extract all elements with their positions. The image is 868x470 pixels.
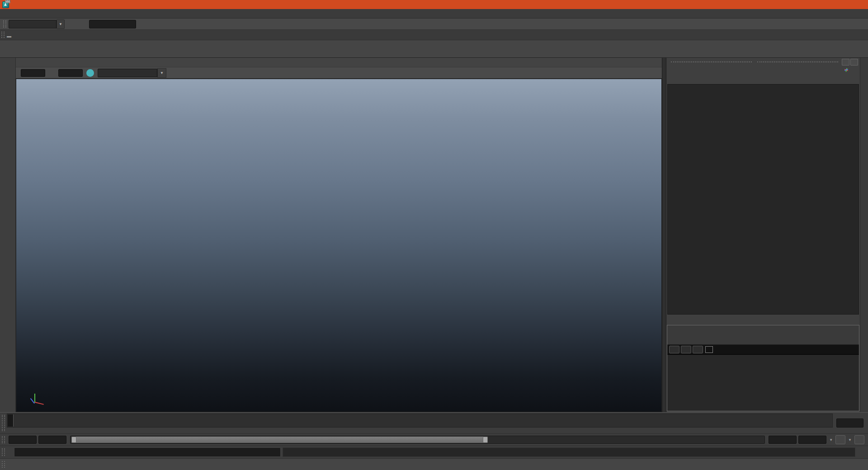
- minimize-button[interactable]: [827, 0, 841, 9]
- drag-handle[interactable]: [1, 32, 5, 38]
- mel-input[interactable]: [14, 447, 281, 457]
- wireframe-head-model: [16, 79, 661, 412]
- gamma-icon[interactable]: [47, 69, 56, 77]
- layer-list: [667, 344, 859, 411]
- channel-box-panel: [666, 58, 860, 412]
- anim-layer-button[interactable]: [835, 435, 845, 444]
- script-editor-button[interactable]: [859, 448, 868, 457]
- layer-editor: [666, 315, 860, 412]
- maximize-button[interactable]: [841, 0, 854, 9]
- gamma-on-toggle[interactable]: [86, 69, 94, 77]
- drag-handle[interactable]: [2, 461, 5, 468]
- mel-result-field[interactable]: [283, 447, 855, 457]
- titlebar: [0, 0, 868, 9]
- menu-set-value: [9, 20, 57, 28]
- maya-window: ▼ ▬: [0, 0, 868, 470]
- close-panel-button[interactable]: [850, 59, 858, 66]
- range-start-handle[interactable]: [71, 437, 76, 443]
- menu-set-selector[interactable]: ▼: [9, 19, 65, 29]
- playback-end-field[interactable]: [769, 436, 797, 444]
- chevron-down-icon[interactable]: ▼: [828, 438, 834, 442]
- range-slider-row: ▼ ▼: [0, 433, 868, 446]
- colorspace-selector[interactable]: ▼: [98, 68, 166, 78]
- range-slider-track[interactable]: [70, 436, 765, 444]
- layer-editor-toolbar: [667, 334, 859, 344]
- time-slider-row: [0, 412, 868, 433]
- time-ruler[interactable]: [7, 414, 833, 428]
- manipulator-icons: [666, 66, 860, 74]
- status-line: ▼: [0, 19, 868, 30]
- sidebar-vertical-tabs: [860, 58, 868, 412]
- drag-dots[interactable]: [671, 61, 752, 62]
- channel-box-menubar: [666, 74, 860, 83]
- colorspace-value: [98, 69, 157, 77]
- playback-controls: [865, 413, 868, 433]
- chevron-down-icon[interactable]: ▼: [847, 438, 853, 442]
- chevron-down-icon[interactable]: ▼: [157, 68, 166, 78]
- shelf: [0, 40, 868, 58]
- playback-start-field[interactable]: [38, 436, 66, 444]
- range-end-handle[interactable]: [483, 437, 488, 443]
- animation-start-field[interactable]: [9, 436, 37, 444]
- viewport-canvas[interactable]: [16, 79, 662, 412]
- drag-handle[interactable]: [2, 436, 5, 443]
- drag-dots[interactable]: [757, 61, 838, 62]
- live-surface-field[interactable]: [89, 20, 136, 28]
- time-ruler-wrap: [7, 413, 835, 433]
- channel-list-area[interactable]: [667, 84, 859, 315]
- layer-editor-menubar: [667, 325, 859, 334]
- view-axis-gizmo: [26, 385, 47, 405]
- drag-handle[interactable]: [5, 0, 10, 3]
- drag-handle[interactable]: [2, 448, 5, 456]
- playhead[interactable]: [8, 414, 14, 427]
- main-area: ▼: [0, 58, 868, 412]
- current-frame-field[interactable]: [836, 418, 863, 428]
- layer-display-type-toggle[interactable]: [693, 346, 703, 353]
- panel-menubar: [16, 58, 662, 67]
- shelf-tab-bar: ▬: [0, 30, 868, 40]
- close-button[interactable]: [854, 0, 868, 9]
- drag-handle[interactable]: [3, 20, 6, 28]
- viewport-panel: ▼: [16, 58, 662, 412]
- character-set-button[interactable]: [854, 435, 864, 444]
- animation-end-field[interactable]: [798, 436, 826, 444]
- manipulator-axis-icon[interactable]: [842, 67, 848, 73]
- panel-divider[interactable]: [662, 58, 666, 412]
- viewport-toolbar: ▼: [16, 67, 662, 79]
- layer-editor-body: [667, 325, 859, 411]
- gamma-field[interactable]: [58, 69, 83, 77]
- toolbox: [0, 58, 16, 412]
- shelf-menu-icon[interactable]: ▬: [6, 33, 14, 40]
- main-menubar: [0, 9, 868, 19]
- float-panel-button[interactable]: [842, 59, 849, 66]
- chevron-down-icon[interactable]: ▼: [57, 19, 65, 29]
- help-line: [0, 458, 868, 470]
- layer-playback-toggle[interactable]: [681, 346, 691, 353]
- symmetry-icon[interactable]: [149, 19, 158, 28]
- command-line-row: [0, 446, 868, 458]
- layer-color-swatch[interactable]: [705, 346, 713, 353]
- layer-visibility-toggle[interactable]: [669, 346, 679, 353]
- layer-row[interactable]: [667, 345, 859, 355]
- layer-editor-tabs: [667, 315, 859, 325]
- exposure-field[interactable]: [21, 69, 45, 77]
- range-slider-fill[interactable]: [71, 437, 488, 443]
- drag-handle[interactable]: [2, 415, 5, 431]
- x-axis-icon: [35, 402, 44, 405]
- channel-box-titlebar: [666, 58, 860, 66]
